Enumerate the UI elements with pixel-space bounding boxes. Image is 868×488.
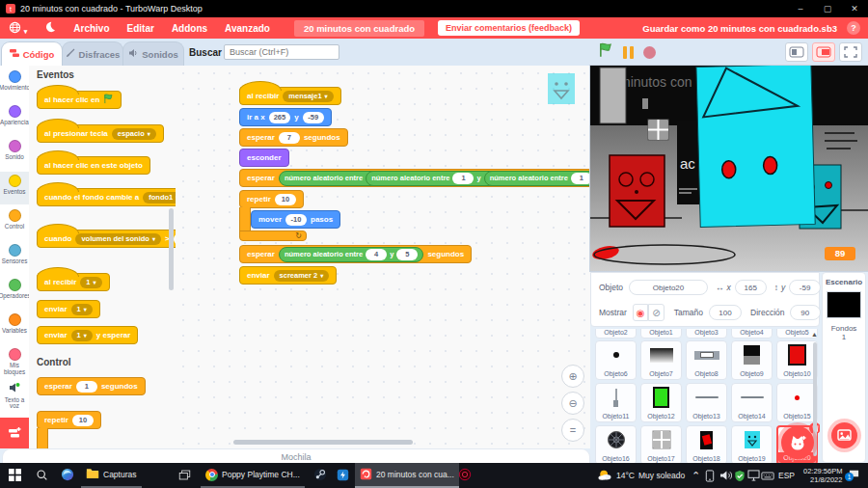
value-input[interactable]: -59: [303, 112, 324, 123]
scroll-up-arrow[interactable]: ▲: [811, 331, 818, 338]
taskbar-app-edge[interactable]: [56, 463, 79, 488]
reporter-block[interactable]: número aleatorio entre4y5: [279, 247, 423, 262]
dropdown-field[interactable]: volumen del sonido▾: [75, 233, 160, 245]
menu-item-archivo[interactable]: Archivo: [65, 23, 118, 34]
y-input[interactable]: -59: [789, 280, 821, 295]
taskbar-app-chrome[interactable]: Poppy Playtime CH...: [201, 463, 305, 488]
menu-item-avanzado[interactable]: Avanzado: [216, 23, 279, 34]
direction-input[interactable]: 90: [790, 305, 822, 320]
reporter-block[interactable]: número aleatorio entre1y1: [484, 171, 590, 186]
taskbar-app-search[interactable]: [31, 463, 53, 488]
sidebar-item-apariencia[interactable]: Apariencia: [0, 102, 29, 135]
backdrop-thumbnail[interactable]: [827, 291, 861, 318]
notification-center-button[interactable]: 1: [843, 463, 865, 488]
c-block-spine[interactable]: [239, 207, 251, 231]
script-block[interactable]: mover-10pasos: [251, 210, 340, 229]
script-block[interactable]: cuando el fondo cambie afondo1▾: [37, 188, 176, 206]
help-button[interactable]: ?: [847, 21, 860, 35]
dropdown-field[interactable]: espacio▾: [112, 128, 156, 140]
project-title-field[interactable]: 20 minutos con cuadrado: [294, 20, 424, 37]
value-input[interactable]: 5: [396, 249, 418, 260]
script-block[interactable]: esperarnúmero aleatorio entrenúmero alea…: [239, 169, 590, 187]
value-input[interactable]: 10: [72, 415, 94, 426]
sidebar-item-sonido[interactable]: Sonido: [0, 137, 29, 170]
language-globe-icon[interactable]: ▾: [0, 21, 36, 36]
horizontal-scrollbar[interactable]: [233, 440, 413, 445]
taskbar-app-steam[interactable]: [309, 463, 332, 488]
sprite-card[interactable]: Objeto10: [776, 340, 818, 380]
tab-sounds[interactable]: Sonidos: [122, 41, 184, 66]
sprite-card[interactable]: Objeto9: [731, 340, 773, 380]
menu-item-addons[interactable]: Addons: [163, 23, 216, 34]
add-backdrop-button[interactable]: [831, 422, 857, 448]
tray-clock[interactable]: 02:29:56PM21/8/2022: [799, 463, 847, 488]
script-block[interactable]: al hacer clic en: [37, 91, 122, 109]
value-input[interactable]: 7: [279, 132, 300, 144]
sprite-card[interactable]: Objeto15: [776, 383, 818, 422]
script-block[interactable]: al presionar teclaespacio▾: [37, 124, 164, 143]
value-input[interactable]: 4: [366, 249, 387, 260]
dropdown-field[interactable]: 1▾: [71, 330, 93, 341]
hide-button[interactable]: ⊘: [648, 304, 664, 321]
taskbar-app-turbowarp[interactable]: 20 minutos con cua...: [355, 463, 459, 488]
script-block[interactable]: repetir10: [239, 190, 304, 208]
show-button[interactable]: ◉: [633, 304, 648, 321]
palette-scrollbar[interactable]: [169, 208, 174, 290]
close-button[interactable]: ✕: [841, 0, 868, 17]
pause-button[interactable]: [623, 46, 634, 59]
fullscreen-button[interactable]: [839, 42, 862, 62]
script-block[interactable]: esconder: [239, 149, 289, 167]
sidebar-item-texto-a-voz[interactable]: Texto a voz: [0, 380, 29, 413]
dropdown-field[interactable]: mensaje1▾: [283, 91, 333, 102]
maximize-button[interactable]: ▢: [814, 0, 841, 17]
sidebar-item-operadores[interactable]: Operadores: [0, 276, 29, 309]
green-flag-button[interactable]: [598, 42, 613, 62]
sprite-card[interactable]: Objeto3: [686, 329, 727, 339]
save-link[interactable]: Guardar como 20 minutos con cuadrado.sb3: [642, 23, 837, 34]
dropdown-field[interactable]: 1▾: [80, 277, 101, 288]
taskbar-app-bluetool[interactable]: [332, 463, 354, 488]
zoom-in-button[interactable]: ⊕: [561, 365, 584, 388]
taskbar-app-folder[interactable]: Capturas: [81, 463, 142, 488]
stage[interactable]: minutos con ac: [590, 66, 868, 271]
sprite-card[interactable]: Objeto18: [686, 425, 727, 463]
c-block-spine[interactable]: [37, 428, 48, 448]
sidebar-item-control[interactable]: Control: [0, 206, 29, 239]
tab-code[interactable]: Código: [1, 41, 63, 66]
reporter-block[interactable]: número aleatorio entre1ynúmero aleatorio…: [366, 171, 590, 186]
dropdown-field[interactable]: screamer 2▾: [274, 270, 330, 282]
taskbar-app-redring[interactable]: [453, 463, 476, 488]
sidebar-item-movimiento[interactable]: Movimiento: [0, 68, 29, 100]
value-input[interactable]: -10: [285, 214, 307, 226]
script-block[interactable]: esperar7segundos: [239, 128, 348, 147]
script-block[interactable]: ir a x265y-59: [239, 108, 332, 126]
menu-item-editar[interactable]: Editar: [119, 23, 163, 34]
script-block[interactable]: al recibir1▾: [37, 273, 110, 291]
sprite-card[interactable]: Objeto13: [686, 383, 727, 422]
script-block[interactable]: enviar1▾: [37, 300, 100, 318]
theme-moon-icon[interactable]: [36, 21, 65, 35]
minimize-button[interactable]: –: [787, 0, 814, 17]
reporter-block[interactable]: número aleatorio entrenúmero aleatorio e…: [279, 171, 590, 186]
add-extension-button[interactable]: [0, 418, 29, 448]
sprite-card[interactable]: Objeto8: [686, 340, 727, 380]
sprite-card[interactable]: Objeto11: [595, 383, 637, 422]
tab-costumes[interactable]: Disfraces: [62, 41, 123, 66]
sprite-card[interactable]: Objeto2: [595, 329, 637, 339]
sprite-card[interactable]: Objeto4: [731, 329, 773, 339]
sprite-name-input[interactable]: Objeto20: [629, 280, 708, 295]
sprite-card[interactable]: Objeto7: [640, 340, 682, 380]
value-input[interactable]: 265: [269, 112, 291, 123]
script-block[interactable]: enviarscreamer 2▾: [239, 266, 337, 285]
script-block[interactable]: al hacer clic en este objeto: [37, 156, 150, 175]
value-input[interactable]: 10: [275, 194, 296, 205]
sprite-card[interactable]: Objeto19: [731, 425, 773, 463]
script-block[interactable]: cuandovolumen del sonido▾>10: [37, 230, 176, 248]
sprite-card[interactable]: Objeto16: [595, 425, 637, 463]
sidebar-item-sensores[interactable]: Sensores: [0, 241, 29, 274]
sprite-card[interactable]: Objeto12: [640, 383, 682, 422]
backpack-bar[interactable]: Mochila: [2, 448, 590, 464]
x-input[interactable]: 165: [735, 280, 767, 295]
sprite-card[interactable]: Objeto14: [731, 383, 773, 422]
sidebar-item-eventos[interactable]: Eventos: [0, 172, 29, 204]
